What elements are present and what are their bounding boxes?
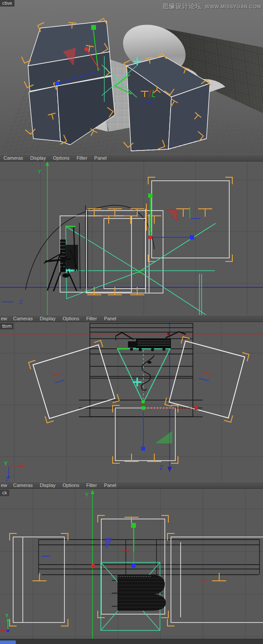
- menu-cameras[interactable]: Cameras: [0, 155, 27, 161]
- menu-display[interactable]: Display: [36, 315, 59, 322]
- menu-filter[interactable]: Filter: [83, 315, 100, 322]
- viewport-bottom: Z: [0, 322, 263, 482]
- viewport-label-perspective: ctive: [0, 0, 14, 7]
- rolled-object: [117, 575, 166, 611]
- menu-filter[interactable]: Filter: [83, 482, 100, 488]
- watermark-site-url: WWW.MISSYUAN.COM: [205, 4, 261, 9]
- viewport-label-bottom: ttom: [0, 323, 14, 329]
- menu-panel[interactable]: Panel: [100, 482, 120, 488]
- menu-panel[interactable]: Panel: [100, 315, 120, 322]
- svg-text:Z: Z: [19, 299, 22, 305]
- bottom-panel-edge: [0, 639, 263, 644]
- svg-text:Z: Z: [5, 476, 8, 482]
- menubar-bottom: ew Cameras Display Options Filter Panel: [0, 482, 263, 489]
- svg-text:Y: Y: [5, 613, 9, 618]
- svg-text:Y: Y: [4, 461, 7, 467]
- svg-text:X: X: [21, 463, 25, 469]
- menu-view-partial[interactable]: ew: [0, 315, 10, 322]
- watermark: 思缘设计论坛 WWW.MISSYUAN.COM: [163, 3, 261, 11]
- viewport-side-canvas[interactable]: Y: [0, 161, 263, 315]
- viewport-side: Y: [0, 161, 263, 315]
- menu-view-partial[interactable]: ew: [0, 482, 10, 488]
- menubar-side: ew Cameras Display Options Filter Panel: [0, 315, 263, 322]
- menu-cameras[interactable]: Cameras: [10, 315, 36, 322]
- viewport-label-back: ck: [0, 490, 9, 496]
- menubar-perspective: Cameras Display Options Filter Panel: [0, 154, 263, 161]
- svg-text:Z: Z: [160, 465, 163, 471]
- menu-options[interactable]: Options: [59, 482, 83, 488]
- viewport-back: Y: [0, 489, 263, 644]
- menu-options[interactable]: Options: [50, 155, 73, 161]
- viewport-perspective-canvas[interactable]: [0, 0, 263, 154]
- svg-text:Y: Y: [38, 169, 41, 175]
- viewport-bottom-canvas[interactable]: Z: [0, 322, 263, 482]
- viewport-perspective: [0, 0, 263, 154]
- menu-filter[interactable]: Filter: [73, 155, 91, 161]
- watermark-site-name: 思缘设计论坛: [163, 3, 202, 11]
- cable-plug: [148, 361, 152, 364]
- timeline-selection-chip: [0, 640, 16, 644]
- menu-cameras[interactable]: Cameras: [10, 482, 36, 488]
- menu-options[interactable]: Options: [59, 315, 83, 322]
- menu-display[interactable]: Display: [27, 155, 50, 161]
- viewport-back-canvas[interactable]: Y: [0, 489, 263, 644]
- cinema4d-four-view-layout: { "watermark": { "site_cn": "思缘设计论坛", "s…: [0, 0, 263, 644]
- svg-text:Y: Y: [85, 492, 89, 498]
- menu-panel[interactable]: Panel: [91, 155, 110, 161]
- menu-display[interactable]: Display: [36, 482, 59, 488]
